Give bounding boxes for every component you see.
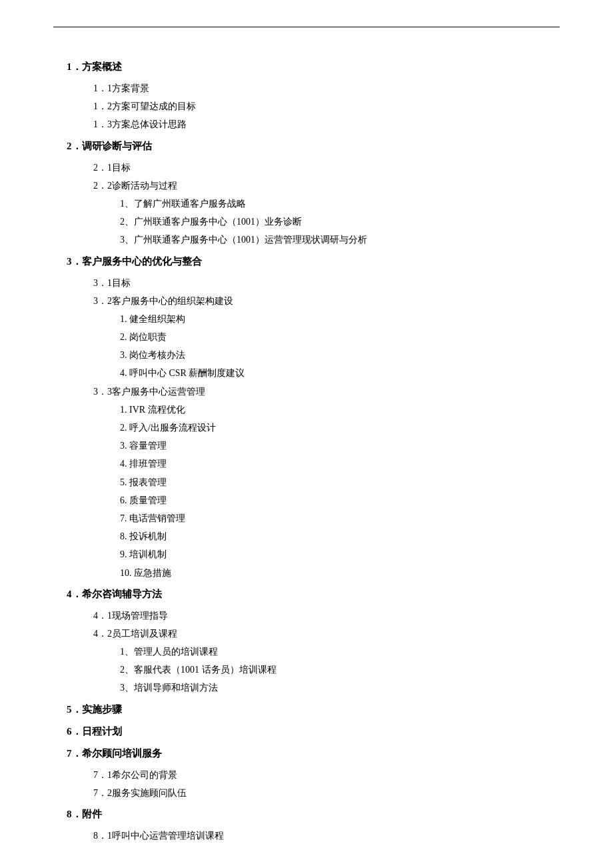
toc-item: 4．希尔咨询辅导方法 — [67, 585, 560, 603]
page: 1．方案概述1．1方案背景1．2方案可望达成的目标1．3方案总体设计思路2．调研… — [0, 0, 613, 868]
toc-item: 3. 岗位考核办法 — [120, 347, 560, 363]
toc-item: 10. 应急措施 — [120, 565, 560, 581]
toc-item: 7．希尔顾问培训服务 — [67, 745, 560, 763]
toc-item: 2、客服代表（1001 话务员）培训课程 — [120, 661, 560, 678]
toc-item: 1. IVR 流程优化 — [120, 401, 560, 418]
toc-item: 5．实施步骤 — [67, 701, 560, 719]
toc-item: 1、了解广州联通客户服务战略 — [120, 195, 560, 212]
toc-item: 5. 报表管理 — [120, 474, 560, 491]
toc-item: 2．1目标 — [93, 159, 560, 176]
toc-item: 7. 电话营销管理 — [120, 510, 560, 527]
toc-item: 1、管理人员的培训课程 — [120, 643, 560, 660]
toc-item: 7．2服务实施顾问队伍 — [93, 785, 560, 801]
toc-item: 3．1目标 — [93, 275, 560, 291]
toc-item: 1．2方案可望达成的目标 — [93, 98, 560, 115]
toc-item: 2．2诊断活动与过程 — [93, 177, 560, 194]
toc-item: 3．客户服务中心的优化与整合 — [67, 253, 560, 271]
toc-item: 2. 呼入/出服务流程设计 — [120, 419, 560, 436]
toc-item: 6．日程计划 — [67, 723, 560, 741]
toc-item: 3、培训导师和培训方法 — [120, 679, 560, 696]
toc-item: 4. 排班管理 — [120, 455, 560, 472]
toc-item: 3．2客户服务中心的组织架构建设 — [93, 293, 560, 309]
toc-item: 4．1现场管理指导 — [93, 607, 560, 624]
toc-item: 2．调研诊断与评估 — [67, 137, 560, 155]
toc-item: 9. 培训机制 — [120, 546, 560, 563]
toc-item: 3. 容量管理 — [120, 437, 560, 454]
toc-item: 1．方案概述 — [67, 58, 560, 76]
toc-item: 8．1呼叫中心运营管理培训课程 — [93, 827, 560, 844]
toc-item: 8．附件 — [67, 805, 560, 823]
toc-item: 3、广州联通客户服务中心（1001）运营管理现状调研与分析 — [120, 231, 560, 248]
toc-item: 1．3方案总体设计思路 — [93, 116, 560, 133]
toc-item: 3．3客户服务中心运营管理 — [93, 383, 560, 400]
toc-item: 2. 岗位职责 — [120, 329, 560, 345]
toc-item: 1. 健全组织架构 — [120, 311, 560, 327]
toc-container: 1．方案概述1．1方案背景1．2方案可望达成的目标1．3方案总体设计思路2．调研… — [53, 47, 560, 844]
toc-item: 4. 呼叫中心 CSR 薪酬制度建议 — [120, 365, 560, 381]
toc-item: 1．1方案背景 — [93, 80, 560, 97]
toc-item: 2、广州联通客户服务中心（1001）业务诊断 — [120, 213, 560, 230]
toc-item: 6. 质量管理 — [120, 492, 560, 509]
toc-item: 4．2员工培训及课程 — [93, 625, 560, 642]
top-divider — [53, 27, 560, 27]
toc-item: 8. 投诉机制 — [120, 528, 560, 545]
toc-item: 7．1希尔公司的背景 — [93, 767, 560, 783]
